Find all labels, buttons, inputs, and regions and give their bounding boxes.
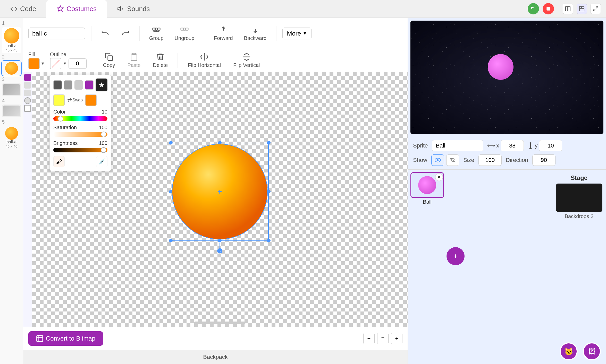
layout-btn-1[interactable] — [563, 4, 573, 14]
hue-slider[interactable] — [53, 116, 107, 121]
undo-btn[interactable] — [97, 28, 113, 39]
show-label: Show — [413, 157, 427, 163]
flip-h-btn[interactable]: Flip Horizontal — [184, 51, 224, 70]
backward-btn[interactable]: Backward — [240, 24, 270, 43]
delete-label: Delete — [153, 62, 168, 68]
svg-rect-10 — [158, 28, 160, 30]
backpack-label: Backpack — [203, 354, 228, 360]
fill-color-swatch[interactable] — [28, 58, 40, 69]
paste-icon — [130, 53, 138, 61]
flip-v-btn[interactable]: Flip Vertical — [230, 51, 263, 70]
tool-select[interactable] — [24, 74, 31, 81]
stroke-value-input[interactable] — [69, 58, 87, 69]
convert-to-bitmap-btn[interactable]: Convert to Bitmap — [28, 331, 103, 346]
flag-icon — [530, 6, 536, 12]
delete-btn[interactable]: Delete — [149, 51, 172, 70]
more-btn[interactable]: More ▼ — [282, 28, 312, 39]
group-btn[interactable]: Group — [146, 24, 167, 43]
layout-btn-2[interactable] — [577, 4, 587, 14]
fullscreen-btn[interactable] — [591, 4, 601, 14]
sprite-list-item-ball[interactable]: Ball ✕ — [410, 172, 444, 336]
sprite-item-1[interactable]: ball-a 45 x 45 — [2, 27, 21, 53]
fullscreen-icon — [593, 6, 599, 12]
svg-rect-1 — [546, 7, 550, 10]
cat-fab[interactable]: 🐱 — [560, 342, 578, 360]
stop-btn[interactable] — [543, 3, 554, 14]
tool-rect[interactable] — [24, 105, 31, 112]
backward-label: Backward — [244, 35, 267, 41]
tab-code[interactable]: Code — [0, 0, 46, 18]
ungroup-label: Ungroup — [175, 35, 195, 41]
forward-label: Forward — [214, 35, 233, 41]
zoom-in-btn[interactable]: + — [391, 333, 402, 344]
bright-thumb[interactable] — [101, 147, 106, 153]
paste-btn[interactable]: Paste — [124, 51, 144, 70]
sprite-list-panel: Ball ✕ + — [408, 170, 552, 339]
preset-yellow[interactable] — [53, 94, 65, 106]
sprite-label: Sprite — [413, 142, 428, 149]
tool-draw[interactable] — [24, 90, 31, 96]
svg-rect-11 — [155, 28, 158, 30]
tool-reshape[interactable] — [24, 82, 31, 89]
x-coord-input[interactable] — [501, 140, 524, 151]
green-flag-btn[interactable] — [528, 3, 539, 14]
add-sprite-btn[interactable]: + — [447, 247, 465, 265]
sprite-name-field[interactable] — [432, 140, 483, 151]
costume-name-input[interactable] — [28, 28, 85, 39]
rotate-handle[interactable]: ↔ — [217, 248, 222, 253]
bitmap-icon — [36, 335, 43, 342]
swatch-dark[interactable] — [53, 80, 62, 90]
tool-circle[interactable] — [24, 97, 31, 104]
stage-thumbnail[interactable] — [556, 184, 602, 212]
show-visible-btn[interactable] — [431, 154, 444, 166]
sprite-item-2[interactable] — [2, 61, 21, 76]
sprite-item-3[interactable] — [2, 83, 21, 96]
forward-btn[interactable]: Forward — [210, 24, 236, 43]
layout-icon-1 — [565, 6, 571, 12]
copy-btn[interactable]: Copy — [99, 51, 119, 70]
bright-slider[interactable] — [53, 148, 107, 152]
redo-icon — [121, 29, 130, 38]
sprite-thumbnail-panel: 1 ball-a 45 x 45 2 3 4 5 ball-e 46 x — [0, 18, 23, 364]
stage-icon: 🖼 — [588, 347, 595, 356]
direction-input[interactable] — [532, 154, 556, 166]
hue-thumb[interactable] — [58, 116, 63, 122]
swap-btn[interactable]: ⇄ Swap — [67, 97, 83, 103]
tab-code-label: Code — [20, 5, 36, 13]
sprite-5-size: 46 x 46 — [6, 144, 18, 149]
sat-thumb[interactable] — [101, 132, 106, 137]
sprite-num-3: 3 — [0, 77, 5, 82]
flip-v-icon — [242, 53, 251, 61]
zoom-reset-btn[interactable]: = — [377, 333, 389, 344]
swatch-gray[interactable] — [64, 80, 72, 90]
stage-viewport[interactable] — [410, 21, 603, 134]
zoom-out-btn[interactable]: − — [363, 333, 375, 344]
swatch-purple[interactable] — [85, 80, 94, 90]
show-hidden-btn[interactable] — [446, 154, 459, 166]
sprite-delete-btn[interactable]: ✕ — [435, 173, 443, 181]
size-input[interactable] — [478, 154, 502, 166]
tab-sounds[interactable]: Sounds — [107, 0, 160, 18]
redo-btn[interactable] — [117, 28, 133, 39]
sat-slider[interactable] — [53, 132, 107, 137]
sprite-item-5[interactable]: ball-e 46 x 46 — [2, 126, 21, 150]
sprite-item-4[interactable] — [2, 105, 21, 117]
sprite-info-panel: Sprite x y Show — [408, 136, 606, 169]
sat-label: Saturation — [53, 125, 77, 131]
backpack-bar[interactable]: Backpack — [23, 350, 408, 364]
color-fill-tool[interactable]: 🖌 — [53, 156, 65, 167]
sprite-num-5: 5 — [0, 119, 5, 125]
svg-rect-4 — [579, 6, 582, 8]
stop-icon — [546, 6, 551, 11]
outline-color-swatch[interactable] — [50, 58, 61, 69]
svg-rect-24 — [37, 335, 43, 341]
ungroup-btn[interactable]: Ungroup — [171, 24, 198, 43]
eyedropper-tool[interactable]: 💉 — [96, 156, 107, 167]
preset-orange[interactable] — [85, 94, 97, 106]
stage-fab[interactable]: 🖼 — [583, 342, 601, 360]
sprite-5-label: ball-e — [6, 140, 16, 144]
swatch-lgray[interactable] — [74, 80, 83, 90]
more-label: More — [287, 30, 301, 37]
tab-costumes[interactable]: Costumes — [46, 0, 107, 18]
y-coord-input[interactable] — [539, 140, 562, 151]
